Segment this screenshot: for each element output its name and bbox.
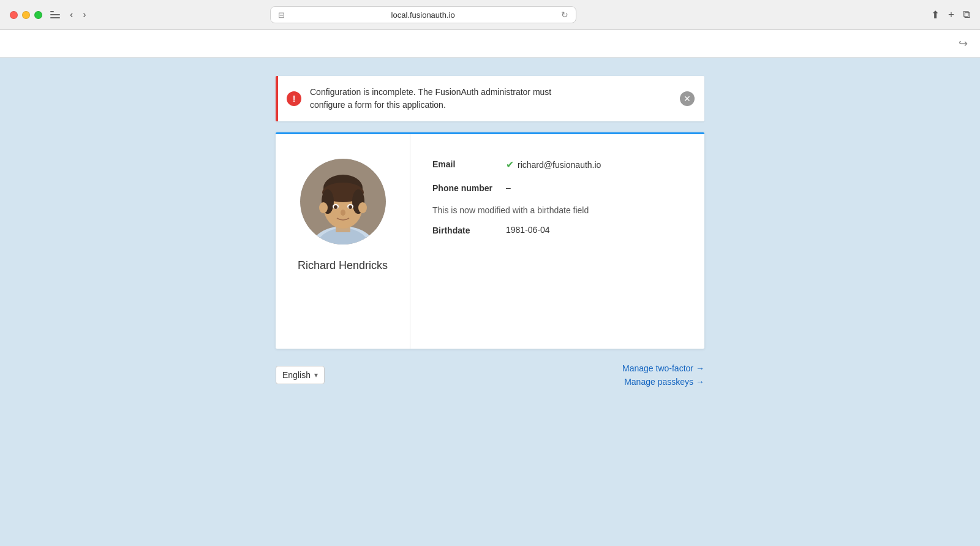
phone-field-row: Phone number – bbox=[432, 183, 682, 193]
toolbar-icon[interactable]: ↪ bbox=[959, 37, 968, 50]
profile-card-inner: Richard Hendricks Email ✔ richard@fusion… bbox=[276, 134, 704, 349]
language-label: English bbox=[282, 370, 311, 380]
avatar bbox=[300, 159, 386, 245]
profile-note: This is now modified with a birthdate fi… bbox=[432, 205, 682, 215]
chevron-down-icon: ▾ bbox=[314, 371, 318, 379]
birthdate-label: Birthdate bbox=[432, 225, 506, 235]
page-footer: English ▾ Manage two-factor → Manage pas… bbox=[276, 363, 704, 387]
email-value: ✔ richard@fusionauth.io bbox=[506, 159, 601, 170]
alert-error-icon: ! bbox=[287, 91, 301, 106]
browser-controls: ‹ › bbox=[50, 8, 89, 21]
site-icon: ⊟ bbox=[278, 10, 285, 20]
url-text: local.fusionauth.io bbox=[290, 10, 556, 20]
browser-chrome: ‹ › ⊟ local.fusionauth.io ↻ ⬆ + ⧉ bbox=[0, 0, 980, 30]
alert-close-button[interactable]: ✕ bbox=[680, 91, 695, 106]
close-button[interactable] bbox=[10, 11, 18, 19]
new-tab-button[interactable]: + bbox=[948, 9, 954, 21]
phone-label: Phone number bbox=[432, 183, 506, 193]
svg-point-15 bbox=[319, 202, 328, 213]
toolbar-strip: ↪ bbox=[0, 30, 980, 58]
traffic-lights bbox=[10, 11, 42, 19]
browser-actions: ⬆ + ⧉ bbox=[931, 9, 970, 21]
tabs-button[interactable]: ⧉ bbox=[963, 9, 970, 21]
forward-button[interactable]: › bbox=[80, 8, 89, 21]
sidebar-toggle[interactable] bbox=[50, 10, 61, 19]
email-field-row: Email ✔ richard@fusionauth.io bbox=[432, 159, 682, 170]
svg-point-13 bbox=[349, 205, 352, 209]
language-selector[interactable]: English ▾ bbox=[276, 366, 325, 384]
email-label: Email bbox=[432, 159, 506, 169]
phone-value: – bbox=[506, 183, 511, 192]
manage-two-factor-link[interactable]: Manage two-factor → bbox=[622, 363, 704, 373]
arrow-right-icon: → bbox=[696, 363, 704, 373]
email-verified-icon: ✔ bbox=[506, 159, 514, 170]
profile-left: Richard Hendricks bbox=[276, 134, 410, 349]
footer-links: Manage two-factor → Manage passkeys → bbox=[622, 363, 704, 387]
main-content: ! Configuration is incomplete. The Fusio… bbox=[0, 58, 980, 546]
address-bar[interactable]: ⊟ local.fusionauth.io ↻ bbox=[270, 6, 576, 23]
arrow-right-icon-2: → bbox=[696, 377, 704, 387]
maximize-button[interactable] bbox=[34, 11, 42, 19]
svg-point-16 bbox=[358, 202, 367, 213]
back-button[interactable]: ‹ bbox=[67, 8, 76, 21]
profile-right: Email ✔ richard@fusionauth.io Phone numb… bbox=[410, 134, 704, 349]
share-button[interactable]: ⬆ bbox=[931, 9, 940, 21]
manage-passkeys-link[interactable]: Manage passkeys → bbox=[624, 377, 704, 387]
user-name: Richard Hendricks bbox=[298, 259, 388, 272]
alert-banner: ! Configuration is incomplete. The Fusio… bbox=[276, 76, 704, 121]
svg-point-14 bbox=[341, 210, 345, 216]
birthdate-value: 1981-06-04 bbox=[506, 225, 550, 235]
minimize-button[interactable] bbox=[22, 11, 30, 19]
svg-point-12 bbox=[334, 205, 337, 209]
alert-message: Configuration is incomplete. The FusionA… bbox=[310, 86, 671, 112]
birthdate-field-row: Birthdate 1981-06-04 bbox=[432, 225, 682, 235]
reload-button[interactable]: ↻ bbox=[561, 10, 568, 20]
profile-card: Richard Hendricks Email ✔ richard@fusion… bbox=[276, 132, 704, 349]
